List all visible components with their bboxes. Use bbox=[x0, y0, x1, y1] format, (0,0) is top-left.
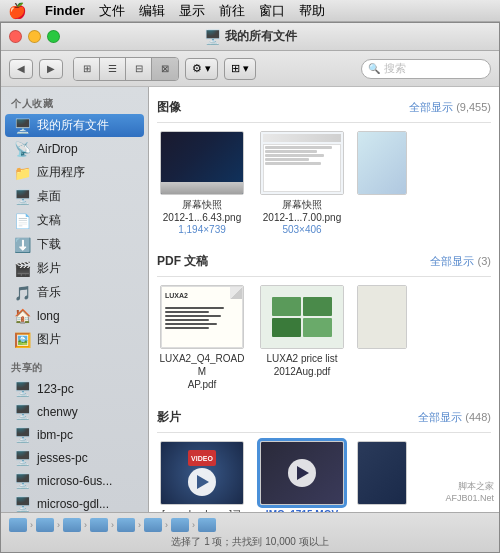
sidebar-movies-label: 影片 bbox=[37, 260, 61, 277]
path-folder-5[interactable] bbox=[117, 518, 135, 532]
images-show-all[interactable]: 全部显示 (9,455) bbox=[409, 100, 491, 115]
path-folder-7[interactable] bbox=[171, 518, 189, 532]
screenshot2-item[interactable]: 屏幕快照2012-1...7.00.png 503×406 bbox=[257, 131, 347, 235]
pdf3-thumb bbox=[357, 285, 407, 349]
music-icon: 🎵 bbox=[13, 285, 31, 301]
sidebar-item-all-files[interactable]: 🖥️ 我的所有文件 bbox=[5, 114, 144, 137]
view-icon-button[interactable]: ⊞ bbox=[74, 58, 100, 80]
chenwy-icon: 🖥️ bbox=[13, 404, 31, 420]
status-bar: 选择了 1 项；共找到 10,000 项以上 bbox=[1, 534, 499, 550]
pdf1-item[interactable]: LUXA2 LUXA2_Q4_ROADMAP.pdf bbox=[157, 285, 247, 391]
apps-icon: 📁 bbox=[13, 165, 31, 181]
sidebar-item-docs[interactable]: 📄 文稿 bbox=[5, 209, 144, 232]
close-button[interactable] bbox=[9, 30, 22, 43]
screenshot2-name: 屏幕快照2012-1...7.00.png bbox=[263, 198, 341, 224]
sidebar-item-desktop[interactable]: 🖥️ 桌面 bbox=[5, 185, 144, 208]
sidebar-docs-label: 文稿 bbox=[37, 212, 61, 229]
window-menu[interactable]: 窗口 bbox=[259, 2, 285, 20]
back-button[interactable]: ◀ bbox=[9, 59, 33, 79]
sidebar-item-downloads[interactable]: ⬇️ 下载 bbox=[5, 233, 144, 256]
view-column-button[interactable]: ⊟ bbox=[126, 58, 152, 80]
arrange-button[interactable]: ⊞ ▾ bbox=[224, 58, 256, 80]
path-folder-4[interactable] bbox=[90, 518, 108, 532]
sidebar-item-microso6[interactable]: 🖥️ microso-6us... bbox=[5, 470, 144, 492]
title-text: 我的所有文件 bbox=[225, 28, 297, 45]
sidebar-item-pictures[interactable]: 🖼️ 图片 bbox=[5, 328, 144, 351]
screen-bar-1 bbox=[161, 182, 243, 194]
jessespc-icon: 🖥️ bbox=[13, 450, 31, 466]
path-item-4[interactable] bbox=[90, 518, 108, 532]
sidebar-item-apps[interactable]: 📁 应用程序 bbox=[5, 161, 144, 184]
sidebar-item-jessespc[interactable]: 🖥️ jesses-pc bbox=[5, 447, 144, 469]
sidebar-music-label: 音乐 bbox=[37, 284, 61, 301]
view-list-button[interactable]: ☰ bbox=[100, 58, 126, 80]
sidebar-item-microsogdl[interactable]: 🖥️ microso-gdl... bbox=[5, 493, 144, 512]
search-box[interactable]: 🔍 搜索 bbox=[361, 59, 491, 79]
path-chevron-2: › bbox=[57, 520, 60, 530]
help-menu[interactable]: 帮助 bbox=[299, 2, 325, 20]
screenshot2-thumb bbox=[260, 131, 344, 195]
path-item-8[interactable] bbox=[198, 518, 216, 532]
minimize-button[interactable] bbox=[28, 30, 41, 43]
sidebar-item-123pc[interactable]: 🖥️ 123-pc bbox=[5, 378, 144, 400]
long-icon: 🏠 bbox=[13, 308, 31, 324]
video2-item[interactable]: IMG_1715.MOV 00:42 bbox=[257, 441, 347, 512]
pdf2-item[interactable]: LUXA2 price list2012Aug.pdf bbox=[257, 285, 347, 391]
maximize-button[interactable] bbox=[47, 30, 60, 43]
sidebar-item-music[interactable]: 🎵 音乐 bbox=[5, 281, 144, 304]
pdf-lines-1 bbox=[165, 307, 239, 329]
screen-header-2 bbox=[263, 134, 341, 142]
path-bar: › › › › › › › bbox=[1, 516, 499, 534]
apple-menu[interactable]: 🍎 bbox=[8, 2, 27, 20]
path-item-3[interactable] bbox=[63, 518, 81, 532]
path-item-2[interactable] bbox=[36, 518, 54, 532]
sidebar-item-ibmpc[interactable]: 🖥️ ibm-pc bbox=[5, 424, 144, 446]
video1-item[interactable]: VIDEO [www.huohu.cc]灵魂战车2...字.rmvb bbox=[157, 441, 247, 512]
path-folder-2[interactable] bbox=[36, 518, 54, 532]
pdf2-thumb bbox=[260, 285, 344, 349]
finder-menu[interactable]: Finder bbox=[45, 3, 85, 18]
movies-grid: VIDEO [www.huohu.cc]灵魂战车2...字.rmvb bbox=[157, 441, 491, 512]
sidebar-chenwy-label: chenwy bbox=[37, 405, 78, 419]
path-chevron-1: › bbox=[30, 520, 33, 530]
action-button[interactable]: ⚙ ▾ bbox=[185, 58, 218, 80]
video3-item[interactable] bbox=[357, 441, 407, 512]
view-coverflow-button[interactable]: ⊠ bbox=[152, 58, 178, 80]
path-folder-6[interactable] bbox=[144, 518, 162, 532]
sidebar-item-airdrop[interactable]: 📡 AirDrop bbox=[5, 138, 144, 160]
path-folder-8[interactable] bbox=[198, 518, 216, 532]
pdf3-item[interactable] bbox=[357, 285, 407, 391]
sidebar-ibmpc-label: ibm-pc bbox=[37, 428, 73, 442]
screenshot3-thumb bbox=[357, 131, 407, 195]
screenshot1-item[interactable]: 屏幕快照2012-1...6.43.png 1,194×739 bbox=[157, 131, 247, 235]
go-menu[interactable]: 前往 bbox=[219, 2, 245, 20]
path-folder-1[interactable] bbox=[9, 518, 27, 532]
docs-icon: 📄 bbox=[13, 213, 31, 229]
path-item-6[interactable] bbox=[144, 518, 162, 532]
path-item-7[interactable] bbox=[171, 518, 189, 532]
pdf-show-all[interactable]: 全部显示 (3) bbox=[430, 254, 491, 269]
edit-menu[interactable]: 编辑 bbox=[139, 2, 165, 20]
window-title: 🖥️ 我的所有文件 bbox=[204, 28, 297, 45]
images-section-title: 图像 bbox=[157, 99, 181, 116]
sidebar-item-long[interactable]: 🏠 long bbox=[5, 305, 144, 327]
sidebar-long-label: long bbox=[37, 309, 60, 323]
path-folder-3[interactable] bbox=[63, 518, 81, 532]
pdf-visual-2 bbox=[261, 286, 343, 348]
sidebar-microsogdl-label: microso-gdl... bbox=[37, 497, 109, 511]
sidebar-item-movies[interactable]: 🎬 影片 bbox=[5, 257, 144, 280]
video2-thumb bbox=[260, 441, 344, 505]
sidebar: 个人收藏 🖥️ 我的所有文件 📡 AirDrop 📁 应用程序 🖥️ 桌面 📄 … bbox=[1, 87, 149, 512]
screenshot3-item[interactable] bbox=[357, 131, 407, 235]
path-item-1[interactable] bbox=[9, 518, 27, 532]
arrange-chevron-icon: ▾ bbox=[243, 62, 249, 75]
file-menu[interactable]: 文件 bbox=[99, 2, 125, 20]
sidebar-item-chenwy[interactable]: 🖥️ chenwy bbox=[5, 401, 144, 423]
view-menu[interactable]: 显示 bbox=[179, 2, 205, 20]
forward-button[interactable]: ▶ bbox=[39, 59, 63, 79]
pdf-grid: LUXA2 LUXA2_Q4_ROADMAP.pdf bbox=[157, 285, 491, 391]
sidebar-item-label: 我的所有文件 bbox=[37, 117, 109, 134]
movies-show-all[interactable]: 全部显示 (448) bbox=[418, 410, 491, 425]
path-item-5[interactable] bbox=[117, 518, 135, 532]
window-controls bbox=[9, 30, 60, 43]
